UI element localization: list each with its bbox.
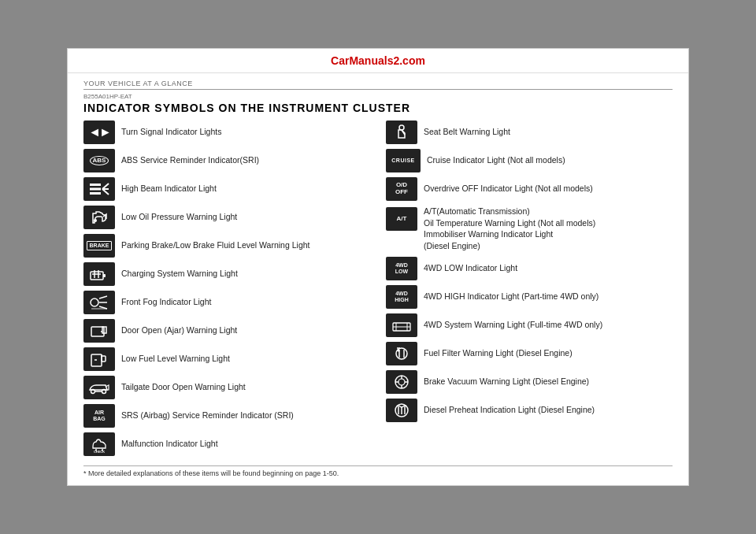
svg-point-37 (398, 349, 400, 351)
svg-point-6 (94, 219, 97, 222)
tailgate-label: Tailgate Door Open Warning Light (121, 382, 246, 393)
at-label: A/T(Automatic Transmission)Oil Temperatu… (424, 206, 595, 252)
abs-icon: ABS (83, 149, 115, 172)
door-open-label: Door Open (Ajar) Warning Light (121, 325, 237, 336)
list-item: Front Fog Indicator Light (83, 291, 370, 314)
page-container: CarManuals2.com YOUR VEHICLE AT A GLANCE… (67, 48, 689, 486)
cruise-icon: CRUISE (386, 149, 421, 172)
svg-rect-0 (90, 184, 101, 186)
4wd-system-svg (391, 317, 413, 334)
overdrive-icon: O/D OFF (386, 177, 417, 201)
svg-point-25 (102, 390, 106, 394)
fog-svg (88, 294, 110, 311)
preheat-icon (386, 399, 417, 422)
brake-vacuum-icon (386, 370, 417, 394)
svg-rect-2 (90, 192, 101, 195)
parking-brake-label: Parking Brake/Low Brake Fluid Level Warn… (121, 240, 309, 251)
cruise-label: Cruise Indicator Light (Not all models) (427, 155, 565, 166)
svg-line-15 (99, 306, 107, 309)
4wd-system-icon (386, 313, 417, 337)
charging-svg (88, 265, 110, 283)
front-fog-icon (83, 291, 115, 314)
svg-rect-8 (103, 274, 106, 277)
list-item: 4WD HIGH 4WD HIGH Indicator Light (Part-… (386, 285, 673, 309)
seatbelt-icon (386, 121, 417, 144)
oil-svg (88, 209, 110, 226)
preheat-svg (391, 402, 413, 419)
list-item: Fuel Filter Warning Light (Diesel Engine… (386, 342, 673, 365)
list-item: Low Fuel Level Warning Light (83, 347, 370, 371)
svg-point-12 (91, 299, 98, 306)
section-label: YOUR VEHICLE AT A GLANCE (83, 80, 673, 90)
brake-vacuum-svg (391, 373, 413, 391)
fuel-label: Low Fuel Level Warning Light (121, 354, 230, 365)
4wd-high-label: 4WD HIGH Indicator Light (Part-time 4WD … (424, 291, 598, 302)
indicators-grid: ◄► Turn Signal Indicator Lights ABS ABS … (83, 121, 673, 461)
list-item: ABS ABS Service Reminder Indicator(SRI) (83, 149, 370, 172)
list-item: O/D OFF Overdrive OFF Indicator Light (N… (386, 177, 673, 201)
seatbelt-svg (391, 124, 413, 141)
list-item: A/T A/T(Automatic Transmission)Oil Tempe… (386, 206, 673, 252)
4wd-system-label: 4WD System Warning Light (Full-time 4WD … (424, 320, 602, 331)
charging-label: Charging System Warning Light (121, 269, 238, 280)
charging-icon (83, 262, 115, 286)
tailgate-svg (88, 379, 110, 396)
list-item: Tailgate Door Open Warning Light (83, 376, 370, 399)
door-open-icon (83, 319, 115, 343)
preheat-label: Diesel Preheat Indication Light (Diesel … (424, 405, 595, 416)
malfunction-icon: CHECK (83, 432, 115, 456)
4wd-low-icon: 4WD LOW (386, 257, 417, 280)
list-item: AIR BAG SRS (Airbag) Service Reminder In… (83, 404, 370, 428)
brake-vacuum-label: Brake Vacuum Warning Light (Diesel Engin… (424, 376, 589, 388)
list-item: 4WD LOW 4WD LOW Indicator Light (386, 257, 673, 280)
list-item: High Beam Indicator Light (83, 177, 370, 201)
svg-line-13 (99, 296, 107, 299)
doc-code: B255A01HP-EAT (83, 93, 673, 100)
left-column: ◄► Turn Signal Indicator Lights ABS ABS … (83, 121, 370, 461)
svg-point-24 (91, 390, 95, 394)
parking-brake-icon: BRAKE (83, 234, 115, 258)
high-beam-svg (88, 180, 110, 198)
svg-line-3 (102, 184, 109, 189)
fuel-filter-icon (386, 342, 417, 365)
high-beam-label: High Beam Indicator Light (121, 184, 217, 195)
airbag-label: SRS (Airbag) Service Reminder Indicator … (121, 410, 294, 421)
tailgate-icon (83, 376, 115, 399)
oil-pressure-label: Low Oil Pressure Warning Light (121, 212, 237, 223)
list-item: Low Oil Pressure Warning Light (83, 206, 370, 229)
4wd-high-icon: 4WD HIGH (386, 285, 417, 309)
footer-note: * More detailed explanations of these it… (83, 465, 673, 477)
list-item: Brake Vacuum Warning Light (Diesel Engin… (386, 370, 673, 394)
svg-line-5 (102, 189, 109, 195)
list-item: Seat Belt Warning Light (386, 121, 673, 144)
svg-point-19 (101, 331, 102, 332)
list-item: 4WD System Warning Light (Full-time 4WD … (386, 313, 673, 337)
turn-signal-label: Turn Signal Indicator Lights (121, 127, 221, 138)
svg-rect-21 (102, 356, 106, 362)
door-svg (88, 322, 110, 339)
fuel-filter-svg (391, 345, 413, 362)
list-item: BRAKE Parking Brake/Low Brake Fluid Leve… (83, 234, 370, 258)
oil-pressure-icon (83, 206, 115, 229)
top-bar: CarManuals2.com (68, 49, 688, 73)
list-item: CHECK Malfunction Indicator Light (83, 432, 370, 456)
svg-rect-7 (91, 272, 103, 280)
check-engine-svg: CHECK (88, 436, 110, 453)
fuel-svg (88, 350, 110, 368)
svg-point-40 (398, 379, 405, 385)
fuel-icon (83, 347, 115, 371)
airbag-icon: AIR BAG (83, 404, 115, 428)
fuel-filter-label: Fuel Filter Warning Light (Diesel Engine… (424, 348, 573, 359)
front-fog-label: Front Fog Indicator Light (121, 297, 211, 308)
abs-label: ABS Service Reminder Indicator(SRI) (121, 155, 259, 166)
high-beam-icon (83, 177, 115, 201)
list-item: CRUISE Cruise Indicator Light (Not all m… (386, 149, 673, 172)
list-item: Charging System Warning Light (83, 262, 370, 286)
list-item: Door Open (Ajar) Warning Light (83, 319, 370, 343)
at-icon: A/T (386, 207, 417, 231)
right-column: Seat Belt Warning Light CRUISE Cruise In… (386, 121, 673, 461)
malfunction-label: Malfunction Indicator Light (121, 439, 218, 450)
list-item: ◄► Turn Signal Indicator Lights (83, 121, 370, 144)
overdrive-label: Overdrive OFF Indicator Light (Not all m… (424, 184, 593, 195)
svg-point-30 (399, 125, 404, 130)
